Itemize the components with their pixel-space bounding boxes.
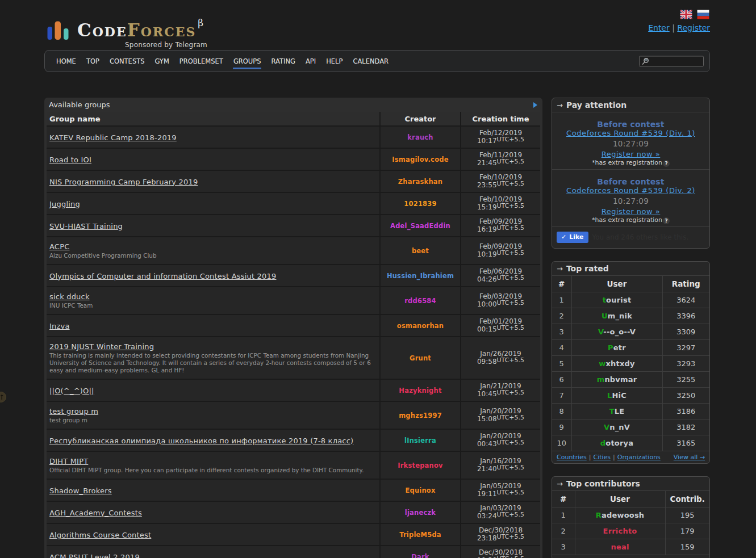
group-name-cell: ACM PSUT Level 2 2019	[47, 546, 380, 558]
user-handle: Petr	[608, 343, 626, 352]
user-handle-link[interactable]: wxhtxdy	[599, 359, 634, 368]
register-link[interactable]: Register	[677, 23, 710, 32]
menu-item[interactable]: HOME	[56, 57, 76, 65]
creator-link[interactable]: Dark	[411, 553, 429, 558]
group-link[interactable]: ||O(^_^)O||	[49, 387, 94, 395]
creator-link[interactable]: Equinox	[405, 486, 435, 494]
caption-arrow-icon: →	[557, 265, 563, 273]
user-handle-link[interactable]: dotorya	[600, 439, 633, 447]
collapse-arrow-icon[interactable]	[533, 102, 537, 108]
handle-part: T	[609, 407, 615, 416]
register-now-link[interactable]: Register now »	[602, 150, 661, 158]
group-link[interactable]: Olympics of Computer and information Con…	[49, 272, 276, 280]
user-rank: 9	[552, 419, 571, 435]
menu-item[interactable]: GYM	[155, 57, 169, 65]
creator-link[interactable]: Zharaskhan	[398, 178, 442, 186]
group-link[interactable]: Республиканская олимпиада школьников по …	[49, 437, 353, 445]
user-handle-link[interactable]: Vn_nV	[604, 423, 630, 431]
creation-time: 09:58UTC+5.5	[464, 358, 537, 366]
view-all-link[interactable]: View all →	[674, 454, 705, 461]
user-handle-link[interactable]: Errichto	[603, 527, 637, 535]
caption-arrow-icon: →	[557, 101, 563, 110]
timezone: UTC+5.5	[497, 324, 525, 332]
menu-item[interactable]: TOP	[86, 57, 99, 65]
group-link[interactable]: ACM PSUT Level 2 2019	[49, 553, 140, 558]
scroll-to-top-button[interactable]: ↑	[0, 392, 6, 402]
question-icon[interactable]: ?	[663, 217, 670, 224]
group-link[interactable]: Juggling	[49, 200, 80, 208]
user-handle-link[interactable]: neal	[611, 543, 629, 551]
creator-link[interactable]: ljaneczk	[405, 509, 436, 517]
footer-link[interactable]: Countries	[557, 454, 587, 461]
group-link[interactable]: Inzva	[49, 322, 70, 330]
codeforces-logo[interactable]: CodeForcesβ Sponsored by Telegram	[47, 14, 207, 49]
menu-item[interactable]: GROUPS	[233, 57, 261, 65]
user-handle-link[interactable]: TLE	[609, 407, 625, 416]
page-wrapper: CodeForcesβ Sponsored by Telegram Enter	[44, 0, 710, 558]
like-button[interactable]: ✓Like	[557, 232, 588, 243]
group-link[interactable]: Algorithms Course Contest	[49, 531, 151, 539]
creator-link[interactable]: krauch	[407, 133, 433, 141]
flag-en-icon[interactable]	[680, 10, 692, 19]
group-link[interactable]: 2019 NJUST Winter Training	[49, 342, 154, 351]
timezone: UTC+5.5	[497, 464, 525, 471]
user-handle: neal	[611, 543, 629, 551]
creator-link[interactable]: Irkstepanov	[398, 461, 443, 469]
user-handle-link[interactable]: tourist	[603, 296, 632, 304]
user-handle-link[interactable]: Um_nik	[602, 312, 632, 320]
group-link[interactable]: DIHT MIPT	[49, 457, 88, 465]
creator-link[interactable]: TripleM5da	[399, 531, 441, 539]
menu-item[interactable]: CONTESTS	[110, 57, 145, 65]
user-handle-link[interactable]: mnbvmar	[597, 375, 637, 384]
user-handle-cell: Um_nik	[571, 308, 662, 324]
creator-link[interactable]: Hazyknight	[399, 387, 441, 395]
footer-link[interactable]: Cities	[593, 454, 611, 461]
user-handle: mnbvmar	[597, 375, 637, 384]
group-link[interactable]: Road to IOI	[49, 156, 91, 164]
search-input[interactable]	[650, 57, 701, 65]
handle-part: adewoosh	[602, 511, 644, 519]
creation-time: 04:26UTC+5.5	[464, 275, 537, 284]
creator-link[interactable]: lInsierra	[404, 437, 436, 444]
group-link[interactable]: NIS Programming Camp February 2019	[49, 178, 198, 186]
creator-link[interactable]: Ismagilov.code	[392, 156, 448, 163]
flag-ru-icon[interactable]	[697, 10, 709, 19]
creator-link[interactable]: rdd6584	[404, 297, 436, 305]
group-link[interactable]: AGH_Academy_Contests	[49, 509, 142, 517]
group-link[interactable]: KATEV Republic Camp 2018-2019	[49, 133, 177, 142]
group-link[interactable]: test group m	[49, 407, 98, 416]
user-handle-link[interactable]: LHiC	[607, 391, 626, 400]
creator-link[interactable]: mghzs1997	[399, 412, 442, 419]
creator-link[interactable]: Grunt	[410, 354, 431, 362]
contest-link[interactable]: Codeforces Round #539 (Div. 2)	[555, 186, 706, 195]
footer-link[interactable]: Organizations	[617, 454, 661, 461]
menu-item[interactable]: API	[306, 57, 316, 65]
enter-link[interactable]: Enter	[648, 23, 670, 32]
user-handle-link[interactable]: Petr	[608, 343, 626, 352]
menu-item[interactable]: HELP	[326, 57, 343, 65]
menu-item[interactable]: CALENDAR	[353, 57, 389, 65]
user-handle-link[interactable]: Radewoosh	[596, 511, 645, 519]
logo-code: Code	[77, 20, 127, 40]
question-icon[interactable]: ?	[663, 160, 670, 167]
handle-part: P	[608, 343, 613, 352]
user-handle-link[interactable]: V--o_o--V	[598, 328, 636, 336]
creator-link[interactable]: osmanorhan	[397, 322, 444, 330]
group-creation-time-cell: Dec/30/2018 10:30UTC+5.5	[461, 546, 540, 558]
creator-link[interactable]: beet	[412, 247, 429, 255]
handle-part: nbvmar	[604, 375, 637, 384]
menu-item[interactable]: RATING	[271, 57, 295, 65]
register-now-link[interactable]: Register now »	[602, 207, 661, 216]
creator-link[interactable]: Hussien_Ibrahiem	[387, 272, 454, 280]
menu-item[interactable]: PROBLEMSET	[179, 57, 223, 65]
contest-link[interactable]: Codeforces Round #539 (Div. 1)	[555, 129, 706, 137]
sponsored-by-telegram: Sponsored by Telegram	[125, 41, 207, 49]
group-link[interactable]: ACPC	[49, 242, 69, 251]
group-link[interactable]: SVU-HIAST Training	[49, 222, 123, 230]
group-link[interactable]: Shadow_Brokers	[49, 486, 112, 495]
creator-link[interactable]: 1021839	[404, 200, 436, 208]
creator-link[interactable]: Adel_SaadEddin	[390, 222, 450, 230]
group-link[interactable]: sick dduck	[49, 292, 90, 301]
user-handle: tourist	[603, 296, 632, 304]
group-creator-cell: Zharaskhan	[380, 170, 461, 192]
